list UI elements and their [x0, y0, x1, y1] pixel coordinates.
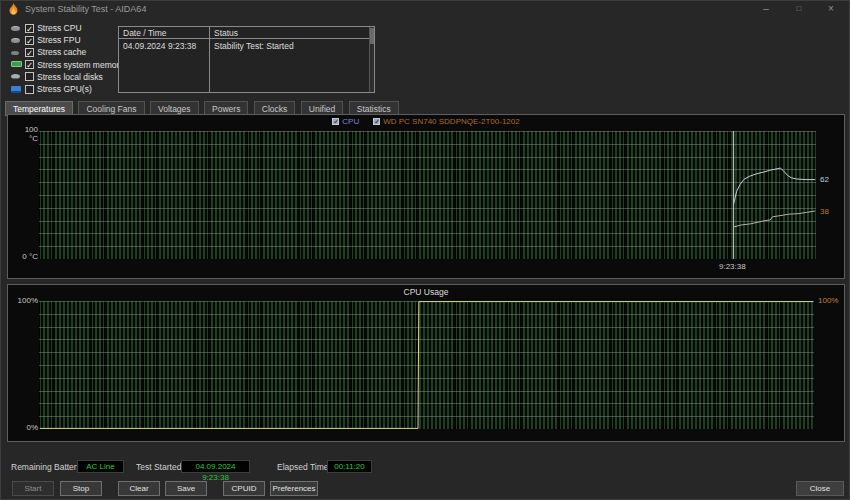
stress-memory-checkbox[interactable]: ✓ — [25, 60, 34, 69]
disk-icon — [11, 73, 22, 80]
stress-cpu-checkbox[interactable]: ✓ — [25, 24, 34, 33]
stress-row-disks: Stress local disks — [11, 71, 121, 83]
cpu-icon — [11, 25, 22, 32]
temperature-chart-panel: ✓ CPU ✓ WD PC SN740 SDDPNQE-2T00-1202 10… — [7, 114, 845, 279]
tab-strip: Temperatures Cooling Fans Voltages Power… — [5, 98, 400, 113]
stress-row-fpu: ✓ Stress FPU — [11, 34, 121, 46]
battery-value: AC Line — [77, 460, 124, 473]
stop-button[interactable]: Stop — [60, 481, 102, 496]
test-start-time-tick: 9:23:38 — [719, 262, 746, 271]
gpu-icon — [11, 86, 22, 93]
temperature-lines — [39, 131, 816, 259]
fpu-icon — [11, 37, 22, 44]
stress-gpu-label: Stress GPU(s) — [37, 84, 92, 94]
stress-cpu-label: Stress CPU — [37, 23, 81, 33]
maximize-icon[interactable]: □ — [784, 1, 814, 17]
cpu-usage-current: 100% — [818, 296, 838, 305]
stress-row-gpu: Stress GPU(s) — [11, 83, 121, 95]
cpu-usage-title: CPU Usage — [8, 287, 844, 297]
stress-disks-label: Stress local disks — [37, 72, 103, 82]
stress-cache-checkbox[interactable]: ✓ — [25, 48, 34, 57]
app-window: System Stability Test - AIDA64 – □ × ✓ S… — [0, 0, 850, 500]
temp-axis-max-label: 100 °C — [14, 125, 38, 143]
battery-label: Remaining Battery: — [11, 462, 83, 472]
window-title: System Stability Test - AIDA64 — [25, 4, 146, 14]
scrollbar-thumb[interactable] — [370, 28, 374, 44]
start-button[interactable]: Start — [12, 481, 54, 496]
chart-legend: ✓ CPU ✓ WD PC SN740 SDDPNQE-2T00-1202 — [8, 117, 844, 126]
minimize-icon[interactable]: – — [751, 1, 781, 17]
stress-row-cache: ✓ Stress cache — [11, 46, 121, 58]
elapsed-time-label: Elapsed Time: — [277, 462, 331, 472]
stress-cache-label: Stress cache — [37, 47, 86, 57]
column-divider — [209, 27, 210, 92]
memory-icon — [11, 61, 22, 68]
clear-button[interactable]: Clear — [118, 481, 160, 496]
legend-wd-label: WD PC SN740 SDDPNQE-2T00-1202 — [383, 117, 520, 126]
log-row-status: Stability Test: Started — [214, 41, 294, 51]
close-button[interactable]: Close — [796, 481, 844, 496]
cpu-usage-line — [39, 301, 814, 429]
col-date-time[interactable]: Date / Time — [123, 28, 166, 38]
stress-row-cpu: ✓ Stress CPU — [11, 22, 121, 34]
wd-current-temp: 38 — [820, 207, 829, 216]
temp-axis-min-label: 0 °C — [20, 252, 38, 261]
close-icon[interactable]: × — [816, 1, 846, 17]
elapsed-time-value: 00:11:20 — [327, 460, 372, 473]
flame-icon — [8, 3, 19, 15]
stress-fpu-checkbox[interactable]: ✓ — [25, 36, 34, 45]
legend-item-wd-disk: ✓ WD PC SN740 SDDPNQE-2T00-1202 — [373, 117, 520, 126]
legend-wd-checkbox[interactable]: ✓ — [373, 118, 380, 125]
cache-icon — [11, 49, 22, 56]
stress-gpu-checkbox[interactable] — [25, 85, 34, 94]
title-bar: System Stability Test - AIDA64 – □ × — [1, 1, 850, 17]
col-status[interactable]: Status — [214, 28, 238, 38]
legend-cpu-label: CPU — [342, 117, 359, 126]
status-log-table: Date / Time Status 04.09.2024 9:23:38 St… — [118, 26, 375, 93]
log-row-datetime: 04.09.2024 9:23:38 — [123, 41, 196, 51]
stress-options-list: ✓ Stress CPU ✓ Stress FPU ✓ Stress cache… — [11, 22, 121, 95]
stress-row-memory: ✓ Stress system memory — [11, 59, 121, 71]
preferences-button[interactable]: Preferences — [270, 481, 318, 496]
stress-memory-label: Stress system memory — [37, 60, 123, 70]
usage-axis-max-label: 100% — [14, 296, 38, 305]
legend-item-cpu: ✓ CPU — [332, 117, 359, 126]
test-started-value: 04.09.2024 9:23:38 — [181, 460, 250, 473]
usage-axis-min-label: 0% — [20, 423, 38, 432]
save-button[interactable]: Save — [165, 481, 207, 496]
test-started-label: Test Started: — [136, 462, 184, 472]
legend-cpu-checkbox[interactable]: ✓ — [332, 118, 339, 125]
cpuid-button[interactable]: CPUID — [223, 481, 265, 496]
cpu-usage-chart-panel: CPU Usage 100% 0% 100% — [7, 284, 845, 442]
cpu-current-temp: 62 — [820, 175, 829, 184]
table-scrollbar[interactable] — [369, 27, 374, 92]
stress-disks-checkbox[interactable] — [25, 72, 34, 81]
stress-fpu-label: Stress FPU — [37, 35, 80, 45]
